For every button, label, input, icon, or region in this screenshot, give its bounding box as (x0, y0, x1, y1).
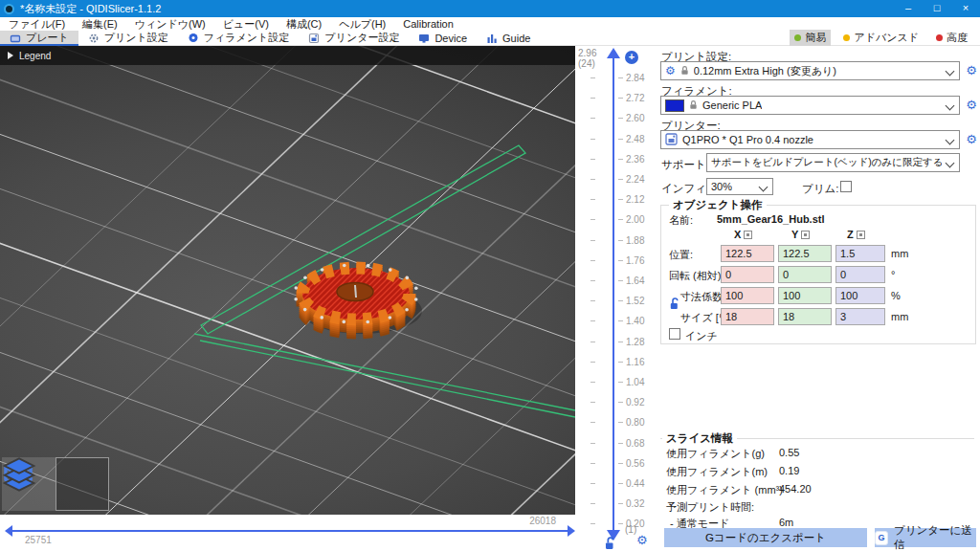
guide-chart-icon (486, 33, 498, 44)
axis-reset-icon[interactable] (857, 231, 865, 239)
axis-reset-icon[interactable] (801, 231, 810, 239)
rotation-z-input[interactable]: 0 (835, 266, 885, 283)
printer-combo[interactable]: Q1PRO * Q1 Pro 0.4 nozzle (660, 130, 960, 149)
layer-tick[interactable]: 0.68 (575, 438, 657, 450)
position-x-input[interactable]: 122.5 (721, 245, 774, 262)
rotation-y-input[interactable]: 0 (778, 266, 832, 283)
size-z-input[interactable]: 3 (835, 308, 885, 325)
legend-label: Legend (19, 51, 51, 61)
tab-guide[interactable]: Guide (477, 31, 540, 45)
minimize-button[interactable]: – (894, 0, 923, 17)
object-manipulation-title: オブジェクト操作 (669, 198, 767, 212)
layer-tick[interactable]: 0.32 (575, 498, 657, 510)
layer-tick[interactable]: 0.44 (575, 478, 657, 490)
layer-tick[interactable]: 1.04 (575, 377, 657, 388)
preset-gear-icon: ⚙ (665, 64, 676, 77)
gear-model[interactable] (294, 264, 422, 334)
mode-advanced[interactable]: アドバンスド (838, 30, 924, 46)
brim-checkbox[interactable] (840, 181, 852, 192)
chevron-down-icon (946, 101, 955, 111)
unit-label: % (891, 290, 901, 301)
layer-tick[interactable]: 2.36 (575, 154, 657, 165)
size-x-input[interactable]: 18 (721, 308, 774, 325)
3d-viewport[interactable]: Legend (0, 46, 575, 515)
filament-m-value: 0.19 (779, 465, 799, 476)
tab-print-settings[interactable]: プリント設定 (78, 31, 178, 45)
layer-tick[interactable]: 2.48 (575, 134, 657, 145)
layer-tick[interactable]: 0.20 (575, 518, 657, 530)
rotation-x-input[interactable]: 0 (721, 266, 774, 283)
edit-filament-button[interactable]: ⚙ (964, 98, 979, 113)
print-settings-gear-icon (88, 33, 100, 44)
scale-z-input[interactable]: 100 (835, 287, 885, 304)
tab-plater[interactable]: プレート (0, 31, 78, 45)
layer-tick[interactable]: 0.80 (575, 417, 657, 429)
scale-y-input[interactable]: 100 (778, 287, 832, 304)
support-combo[interactable]: サポートをビルドプレート(ベッド)のみに限定する (706, 153, 960, 172)
move-slider-track[interactable] (11, 530, 568, 532)
position-y-input[interactable]: 122.5 (778, 245, 832, 262)
position-label: 位置: (669, 248, 693, 262)
slider-lock-icon[interactable] (604, 537, 616, 551)
object-manipulation-box: オブジェクト操作 名前: 5mm_Gear16_Hub.stl X Y Z 位置… (660, 205, 976, 344)
size-y-input[interactable]: 18 (778, 308, 832, 325)
layer-tick[interactable]: 2.60 (575, 113, 657, 124)
export-gcode-button[interactable]: Gコードのエクスポート (664, 528, 867, 547)
menu-view[interactable]: ビュー(V) (214, 17, 278, 32)
menu-edit[interactable]: 編集(E) (74, 17, 126, 32)
mode-advanced-dot-icon (843, 34, 850, 41)
layer-tick[interactable]: 1.16 (575, 357, 657, 368)
axis-reset-icon[interactable] (744, 231, 752, 239)
layer-tick[interactable]: 2.12 (575, 194, 657, 206)
legend-bar[interactable]: Legend (0, 46, 575, 65)
printer-icon (665, 133, 678, 147)
filament-mm3-label: 使用フィラメント (mm³) (666, 483, 783, 497)
layer-tick[interactable]: 1.52 (575, 296, 657, 307)
layer-tick[interactable]: 2.00 (575, 214, 657, 226)
tab-printer-settings[interactable]: プリンター設定 (299, 31, 409, 45)
menu-configuration[interactable]: 構成(C) (278, 17, 330, 32)
preview-layers-button[interactable] (56, 457, 109, 511)
maximize-button[interactable]: □ (923, 0, 951, 17)
edit-print-settings-button[interactable]: ⚙ (964, 63, 979, 78)
infill-combo[interactable]: 30% (706, 178, 773, 195)
menu-calibration[interactable]: Calibration (394, 18, 462, 30)
scale-x-input[interactable]: 100 (721, 287, 774, 304)
layer-tick[interactable]: 1.64 (575, 276, 657, 287)
filament-m-label: 使用フィラメント(m) (666, 465, 768, 479)
layer-slider-upper-handle[interactable] (607, 48, 620, 58)
lock-icon (689, 99, 698, 112)
layer-tick[interactable]: 1.76 (575, 255, 657, 267)
print-settings-combo[interactable]: ⚙ 0.12mm Extra High (変更あり) (660, 61, 960, 80)
layer-tick[interactable]: 1.40 (575, 316, 657, 327)
close-button[interactable]: × (951, 0, 980, 17)
layer-tick[interactable]: 1.28 (575, 337, 657, 348)
position-z-input[interactable]: 1.5 (835, 245, 885, 262)
menu-file[interactable]: ファイル(F) (0, 17, 74, 32)
layer-tick[interactable]: 0.92 (575, 397, 657, 408)
edit-printer-button[interactable]: ⚙ (964, 132, 979, 147)
mode-simple[interactable]: 簡易 (790, 30, 831, 46)
menu-help[interactable]: ヘルプ(H) (330, 17, 394, 32)
layer-tick[interactable]: 2.24 (575, 174, 657, 186)
mode-expert[interactable]: 高度 (931, 30, 972, 46)
inch-checkbox[interactable] (669, 328, 680, 340)
title-bar: *名称未設定 - QIDISlicer-1.1.2 – □ × (0, 0, 980, 17)
printer-value: Q1PRO * Q1 Pro 0.4 nozzle (682, 134, 813, 145)
slider-settings-gear-icon[interactable]: ⚙ (636, 534, 648, 546)
filament-color-swatch (665, 99, 684, 112)
menu-window[interactable]: ウィンドウ(W) (126, 17, 214, 32)
move-slider-right-arrow[interactable] (568, 525, 575, 537)
tab-filament-settings[interactable]: フィラメント設定 (178, 31, 300, 45)
uniform-scale-lock-icon[interactable] (669, 298, 680, 312)
filament-combo[interactable]: Generic PLA (660, 96, 960, 115)
add-color-change-button[interactable]: + (625, 51, 638, 64)
tab-device[interactable]: Device (409, 31, 477, 45)
send-to-printer-button[interactable]: G プリンターに送信 (875, 528, 976, 547)
layer-tick[interactable]: 2.84 (575, 73, 657, 84)
layer-tick[interactable]: 2.72 (575, 93, 657, 104)
mode-simple-dot-icon (794, 34, 801, 41)
layer-tick[interactable]: 0.56 (575, 458, 657, 470)
layer-tick[interactable]: 1.88 (575, 235, 657, 247)
rotation-label: 回転 (相対): (669, 269, 724, 283)
